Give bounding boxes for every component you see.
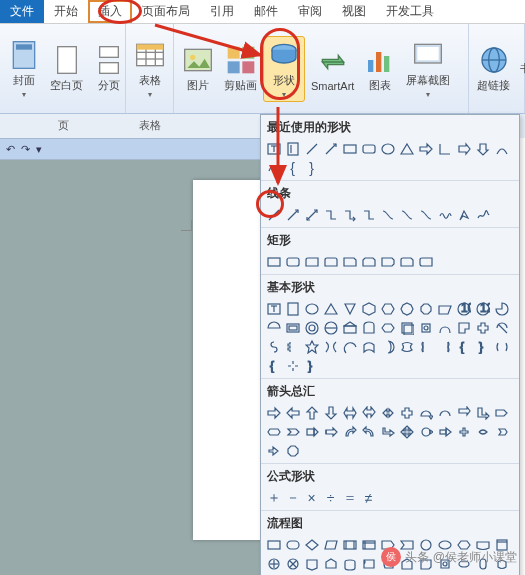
shape-item[interactable]	[322, 319, 339, 336]
shape-item[interactable]	[341, 423, 358, 440]
shape-item[interactable]	[436, 423, 453, 440]
tab-insert[interactable]: 插入	[88, 0, 132, 23]
shape-item[interactable]	[493, 423, 510, 440]
rect-1[interactable]	[265, 253, 282, 270]
line-scribble2[interactable]	[474, 206, 491, 223]
shape-item[interactable]: {	[265, 357, 282, 374]
shape-item[interactable]	[341, 338, 358, 355]
line-elbow[interactable]	[322, 206, 339, 223]
shape-item[interactable]	[417, 338, 434, 355]
shape-item[interactable]	[417, 423, 434, 440]
line-freeform[interactable]	[455, 206, 472, 223]
shape-item[interactable]	[341, 555, 358, 572]
eq-div[interactable]: ÷	[322, 489, 339, 506]
shape-item[interactable]	[265, 423, 282, 440]
shape-item[interactable]	[455, 423, 472, 440]
shape-triangle[interactable]	[398, 140, 415, 157]
shape-item[interactable]	[379, 338, 396, 355]
shape-item[interactable]	[322, 338, 339, 355]
tab-file[interactable]: 文件	[0, 0, 44, 23]
shape-item[interactable]: 12	[474, 300, 491, 317]
shape-item[interactable]	[436, 300, 453, 317]
shape-item[interactable]	[436, 319, 453, 336]
shape-item[interactable]	[417, 319, 434, 336]
redo-icon[interactable]: ↷	[21, 143, 30, 156]
shape-item[interactable]	[284, 319, 301, 336]
shape-item[interactable]: }	[303, 357, 320, 374]
shape-item[interactable]	[284, 338, 301, 355]
shape-vtextbox[interactable]	[284, 140, 301, 157]
shape-item[interactable]	[265, 442, 282, 459]
btn-smartart[interactable]: SmartArt	[307, 44, 358, 94]
shape-item[interactable]	[284, 404, 301, 421]
shape-item[interactable]	[398, 338, 415, 355]
rect-2[interactable]	[284, 253, 301, 270]
shape-item[interactable]	[398, 319, 415, 336]
tab-pagelayout[interactable]: 页面布局	[132, 0, 200, 23]
line-scribble[interactable]	[436, 206, 453, 223]
shape-item[interactable]	[360, 536, 377, 553]
rect-8[interactable]	[398, 253, 415, 270]
btn-pagebreak[interactable]: 分页	[89, 42, 129, 95]
btn-blankpage[interactable]: 空白页	[46, 42, 87, 95]
shape-item[interactable]	[417, 300, 434, 317]
undo-icon[interactable]: ↶	[6, 143, 15, 156]
shape-freeform[interactable]	[265, 159, 282, 176]
shape-item[interactable]: {	[455, 338, 472, 355]
shape-item[interactable]	[265, 404, 282, 421]
tab-view[interactable]: 视图	[332, 0, 376, 23]
shape-item[interactable]	[341, 536, 358, 553]
shape-item[interactable]	[322, 536, 339, 553]
eq-neq[interactable]: ≠	[360, 489, 377, 506]
shape-item[interactable]	[303, 423, 320, 440]
shape-block-down[interactable]	[474, 140, 491, 157]
shape-item[interactable]	[474, 319, 491, 336]
rect-9[interactable]	[417, 253, 434, 270]
shape-lbrace[interactable]: {	[284, 159, 301, 176]
shape-item[interactable]	[379, 300, 396, 317]
shape-item[interactable]	[284, 536, 301, 553]
shape-item[interactable]	[379, 423, 396, 440]
btn-cover[interactable]: 封面 ▾	[4, 37, 44, 101]
btn-shapes[interactable]: 形状 ▾	[263, 36, 305, 102]
shape-rect[interactable]	[341, 140, 358, 157]
shape-item[interactable]	[284, 423, 301, 440]
line-elbow-double[interactable]	[360, 206, 377, 223]
rect-4[interactable]	[322, 253, 339, 270]
line-curve-double[interactable]	[417, 206, 434, 223]
shape-item[interactable]	[436, 404, 453, 421]
shape-item[interactable]	[265, 300, 282, 317]
shape-item[interactable]	[474, 423, 491, 440]
btn-hyperlink[interactable]: 超链接	[473, 42, 514, 95]
shape-item[interactable]	[436, 338, 453, 355]
shape-item[interactable]	[398, 423, 415, 440]
shape-item[interactable]	[322, 423, 339, 440]
btn-clipart[interactable]: 剪贴画	[220, 42, 261, 95]
shape-arrow-line[interactable]	[322, 140, 339, 157]
shape-item[interactable]	[360, 404, 377, 421]
shape-item[interactable]	[360, 555, 377, 572]
shape-item[interactable]	[284, 357, 301, 374]
rect-6[interactable]	[360, 253, 377, 270]
shape-block-right[interactable]	[455, 140, 472, 157]
shape-item[interactable]	[360, 319, 377, 336]
shape-item[interactable]	[360, 300, 377, 317]
btn-chart[interactable]: 图表	[360, 42, 400, 95]
shape-curve[interactable]	[493, 140, 510, 157]
shape-item[interactable]	[303, 300, 320, 317]
tab-references[interactable]: 引用	[200, 0, 244, 23]
shape-item[interactable]	[284, 300, 301, 317]
line-double-arrow[interactable]	[303, 206, 320, 223]
shape-roundrect[interactable]	[360, 140, 377, 157]
shape-oval[interactable]	[379, 140, 396, 157]
shape-item[interactable]	[303, 555, 320, 572]
shape-item[interactable]	[455, 404, 472, 421]
rect-3[interactable]	[303, 253, 320, 270]
shape-item[interactable]	[398, 404, 415, 421]
shape-item[interactable]	[303, 319, 320, 336]
shape-rbrace[interactable]: }	[303, 159, 320, 176]
shape-item[interactable]	[341, 300, 358, 317]
shape-item[interactable]	[360, 338, 377, 355]
line-elbow-arrow[interactable]	[341, 206, 358, 223]
shape-item[interactable]	[265, 536, 282, 553]
